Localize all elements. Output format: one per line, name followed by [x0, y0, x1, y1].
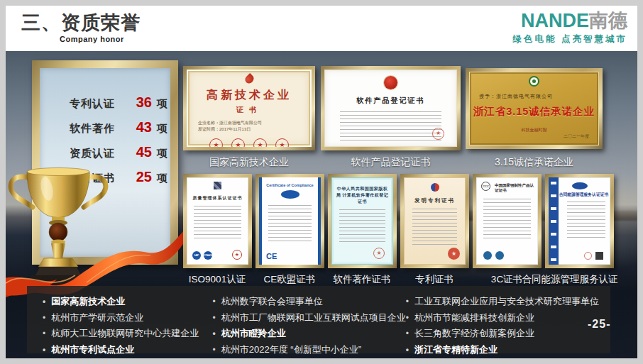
patent-logo-icon [431, 183, 439, 192]
honor-item: 杭州市瞪羚企业 [213, 326, 406, 342]
caption-software-copyright: 软件著作证书 [334, 273, 391, 286]
stat-row-qualifications: 资质认证45项 [70, 144, 170, 160]
caption-ce: CE欧盟证书 [264, 273, 316, 286]
certificate-fields: 企业名称：浙江南德电气有限公司 发证时间：2017年11月13日 [187, 120, 312, 133]
stat-label: 软件著作 [70, 122, 122, 136]
stat-value: 43 [131, 119, 152, 136]
stat-value: 36 [131, 94, 152, 111]
page-number: -25- [588, 318, 610, 331]
green-badge-icon [529, 76, 539, 87]
honor-item: 杭州市2022年度 “创新型中小企业” [213, 342, 406, 358]
flame-logo-icon [243, 73, 255, 85]
ccc-logo-icon: CCC [481, 182, 490, 191]
blue-emblem-icon [281, 190, 299, 199]
certificate-3c: CCC 中国国家强制性产品认证证书 [473, 174, 542, 268]
certificate-title: 浙江省3.15诚信承诺企业 [469, 105, 599, 118]
certificate-footer-marks [584, 252, 603, 260]
honors-column-3: 工业互联网企业应用与安全技术研究理事单位 杭州市节能减排科技创新企业 长三角数字… [406, 294, 599, 349]
stat-value: 45 [131, 144, 152, 160]
logo-brand-cn: 南德 [589, 10, 627, 31]
presentation-slide: 三、资质荣誉 Company honor NANDE南德 绿色电能 点亮智慧城市… [6, 6, 637, 358]
text-lines-decoration [268, 205, 312, 242]
certificate-title: Certificate of Compliance [259, 183, 321, 187]
accreditation-marks: IAF CNAS [192, 251, 212, 260]
plaque-footer: 科技金融时报 [469, 127, 599, 133]
iso-emblem-icon [214, 182, 221, 189]
award-line: 授予：浙江南德电气有限公司 [469, 93, 599, 100]
honor-item: 工业互联网企业应用与安全技术研究理事单位 [406, 294, 599, 310]
honors-column-1: 国家高新技术企业 杭州市产学研示范企业 杭师大工业物联网研究中心共建企业 杭州市… [43, 294, 213, 349]
caption-software-product: 软件产品登记证书 [321, 156, 461, 169]
certificate-paper: 授予：浙江南德电气有限公司 浙江省3.15诚信承诺企业 科技金融时报 二〇二一年… [469, 72, 599, 145]
honors-list-panel: 国家高新技术企业 杭州市产学研示范企业 杭师大工业物联网研究中心共建企业 杭州市… [27, 286, 610, 353]
honor-item: 长三角数字经济创新案例企业 [406, 326, 599, 342]
qr-code-icon [595, 252, 603, 260]
honor-item: 杭州市工厂物联网和工业互联网试点项目企业 [213, 310, 406, 326]
certificate-paper: Certificate of Compliance CE [259, 177, 321, 265]
honor-item: 浙江省专精特新企业 [406, 342, 599, 358]
page-subtitle: Company honor [60, 35, 124, 43]
honor-item: 杭州市专利试点企业 [43, 342, 213, 358]
certificate-subtitle: 证书 [187, 105, 312, 115]
red-seal-icon [253, 138, 267, 147]
honor-item: 杭师大工业物联网研究中心共建企业 [43, 326, 213, 342]
certificate-paper: 高新技术企业 证书 企业名称：浙江南德电气有限公司 发证时间：2017年11月1… [187, 70, 312, 147]
certificate-paper: 质量管理体系认证证书 IAF CNAS [187, 177, 248, 265]
caption-iso9001: ISO9001认证 [189, 273, 246, 286]
red-seal-icon [231, 138, 245, 147]
certificate-field: 企业名称：浙江南德电气有限公司 [198, 120, 300, 126]
screenshot-stage: 三、资质荣誉 Company honor NANDE南德 绿色电能 点亮智慧城市… [0, 0, 643, 364]
csc-logo-icon [483, 251, 492, 260]
text-lines-decoration [412, 209, 457, 246]
honor-item: 杭州市节能减排科技创新企业 [406, 310, 599, 326]
text-lines-decoration [567, 202, 605, 238]
ce-mark: CE [266, 252, 277, 260]
caption-hitech: 国家高新技术企业 [183, 156, 315, 169]
honors-column-2: 杭州数字联合会理事单位 杭州市工厂物联网和工业互联网试点项目企业 杭州市瞪羚企业… [213, 294, 406, 349]
blue-emblem-icon [572, 182, 588, 189]
cnas-logo-icon: CNAS [204, 251, 212, 260]
certificate-315-integrity: 授予：浙江南德电气有限公司 浙江省3.15诚信承诺企业 科技金融时报 二〇二一年… [466, 68, 603, 149]
certificate-energy-management: 合同能源管理服务认证证书 [545, 174, 614, 268]
caption-patent: 专利证书 [415, 273, 454, 286]
national-emblem-icon [384, 76, 397, 89]
text-lines-decoration [194, 206, 242, 238]
red-seal-icon [275, 138, 289, 147]
stat-unit: 项 [157, 97, 167, 109]
honor-item: 杭州数字联合会理事单位 [213, 294, 406, 310]
certificate-paper: 发明专利证书 [404, 177, 466, 265]
accreditation-marks [483, 251, 504, 260]
caption-3c: 3C证书 [491, 273, 522, 286]
company-logo: NANDE南德 绿色电能 点亮智慧城市 [513, 10, 627, 45]
certificate-software-copyright: 中华人民共和国国家版权局 计算机软件著作权登记证书 [328, 174, 397, 268]
certificate-paper: 中华人民共和国国家版权局 计算机软件著作权登记证书 [331, 177, 393, 265]
certificate-iso9001: 质量管理体系认证证书 IAF CNAS [183, 174, 252, 268]
red-seal-icon [373, 248, 385, 259]
red-seal-icon [584, 252, 592, 260]
honor-item: 国家高新技术企业 [43, 294, 213, 310]
certificate-title: 中国国家强制性产品认证证书 [495, 183, 535, 193]
certificate-paper: CCC 中国国家强制性产品认证证书 [476, 177, 538, 265]
certificate-title: 高新技术企业 [187, 88, 312, 103]
background-photo: 专利认证36项 软件著作43项 资质认证45项 荣誉证书25项 [6, 51, 637, 358]
caption-energy: 合同能源管理服务认证 [522, 273, 618, 286]
stat-label: 专利认证 [70, 97, 122, 111]
stat-unit: 项 [157, 147, 167, 159]
certificate-title: 软件产品登记证书 [324, 96, 457, 106]
stat-unit: 项 [157, 122, 167, 134]
text-lines-decoration [340, 111, 441, 143]
red-seal-icon [209, 138, 223, 147]
red-seal-icon [432, 128, 444, 140]
certificate-title: 发明专利证书 [404, 197, 466, 204]
text-lines-decoration [483, 199, 530, 238]
certificate-field: 发证时间：2017年11月13日 [198, 126, 300, 133]
seal-row [187, 138, 312, 147]
page-title: 三、资质荣誉 [21, 10, 141, 35]
certificate-hitech-enterprise: 高新技术企业 证书 企业名称：浙江南德电气有限公司 发证时间：2017年11月1… [183, 66, 315, 150]
mark-logo-icon [495, 251, 504, 260]
red-seal-icon [232, 250, 242, 260]
stat-label: 资质认证 [70, 147, 122, 160]
stat-row-software: 软件著作43项 [70, 119, 170, 136]
certificate-paper: 软件产品登记证书 [324, 70, 457, 147]
certificate-title: 中华人民共和国国家版权局 计算机软件著作权登记证书 [331, 186, 393, 205]
